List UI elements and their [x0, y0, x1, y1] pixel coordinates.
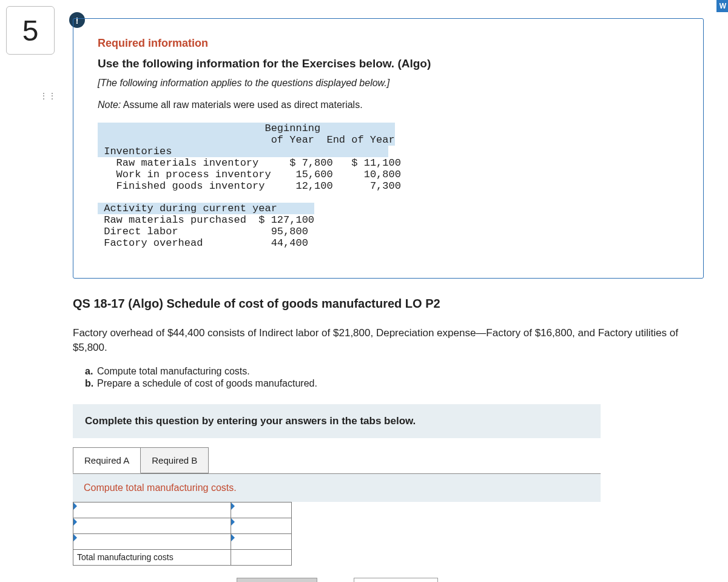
answer-total-label: Total manufacturing costs: [73, 549, 231, 565]
answer-row-3-value[interactable]: [231, 533, 292, 549]
task-list: a.Compute total manufacturing costs. b.P…: [85, 366, 704, 389]
answer-row-3-label[interactable]: [73, 533, 231, 549]
answer-row-2-value[interactable]: [231, 518, 292, 533]
note-prefix: Note:: [98, 100, 121, 110]
answer-tabs: Required A Required B: [73, 447, 704, 473]
inventory-table: Beginning of Year End of Year Inventorie…: [98, 123, 679, 192]
question-number-box: 5: [6, 6, 55, 55]
answer-row-1-label[interactable]: [73, 502, 231, 518]
question-title: QS 18-17 (Algo) Schedule of cost of good…: [73, 297, 704, 311]
use-info-heading: Use the following information for the Ex…: [98, 57, 679, 70]
overhead-detail: Factory overhead of $44,400 consists of …: [73, 326, 704, 355]
required-info-label: Required information: [98, 37, 679, 50]
task-a: Compute total manufacturing costs.: [97, 366, 250, 376]
task-b: Prepare a schedule of cost of goods manu…: [97, 378, 317, 388]
next-button[interactable]: Required B ›: [354, 578, 438, 582]
drag-handle-icon: ⋮⋮: [39, 91, 56, 101]
note-text: Assume all raw materials were used as di…: [121, 100, 362, 110]
answer-table: Total manufacturing costs: [73, 502, 292, 566]
tab-subheader: Compute total manufacturing costs.: [73, 473, 601, 502]
activity-table: Activity during current year Raw materia…: [98, 203, 679, 249]
tab-required-a[interactable]: Required A: [73, 447, 141, 473]
complete-instruction: Complete this question by entering your …: [73, 404, 601, 438]
answer-row-2-label[interactable]: [73, 518, 231, 533]
answer-row-1-value[interactable]: [231, 502, 292, 518]
applies-note: [The following information applies to th…: [98, 78, 679, 89]
info-panel: Required information Use the following i…: [73, 18, 704, 279]
question-number: 5: [22, 14, 39, 47]
prev-button: ‹ Required A: [237, 578, 317, 582]
answer-total-value[interactable]: [231, 549, 292, 565]
tab-required-b[interactable]: Required B: [141, 447, 209, 473]
assume-note: Note: Assume all raw materials were used…: [98, 100, 679, 110]
